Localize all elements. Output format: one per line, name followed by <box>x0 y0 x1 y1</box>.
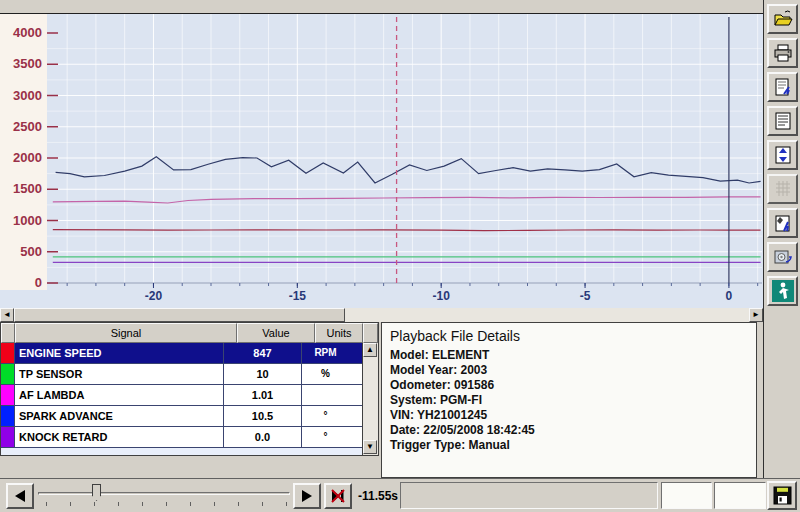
table-vertical-scrollbar[interactable]: ▲ ▼ <box>362 343 378 455</box>
cd-save-button[interactable] <box>767 242 798 272</box>
signal-color-swatch <box>1 427 15 447</box>
details-field-model-year: Model Year: 2003 <box>390 363 756 378</box>
disc-icon <box>772 246 794 268</box>
signal-color-swatch <box>1 364 15 384</box>
slider-tick <box>166 502 167 506</box>
signal-color-swatch <box>1 406 15 426</box>
open-folder-icon <box>772 8 794 30</box>
signal-row-af-lambda[interactable]: AF LAMBDA1.01 <box>1 385 363 406</box>
expand-scale-button[interactable] <box>767 140 798 170</box>
title-bar: YH21001245 PGM-FI 08 03 20 00 51 37805-P… <box>0 0 763 14</box>
units-column-header[interactable]: Units <box>315 323 363 343</box>
signal-value: 10.5 <box>223 406 301 426</box>
play-triangle-icon <box>300 489 314 503</box>
signal-color-swatch <box>1 343 15 363</box>
signal-row-knock-retard[interactable]: KNOCK RETARD0.0° <box>1 427 363 448</box>
svg-text:4000: 4000 <box>13 25 42 40</box>
view-settings-button[interactable] <box>767 72 798 102</box>
data-list-button[interactable] <box>767 106 798 136</box>
svg-text:-5: -5 <box>580 289 591 303</box>
slider-tick <box>286 502 287 506</box>
details-field-odometer: Odometer: 091586 <box>390 378 756 393</box>
details-field-system: System: PGM-FI <box>390 393 756 408</box>
svg-text:1500: 1500 <box>13 181 42 196</box>
signal-name: TP SENSOR <box>15 364 223 384</box>
right-toolbar <box>763 0 800 478</box>
svg-text:-15: -15 <box>289 289 307 303</box>
chart-horizontal-scrollbar[interactable]: ◄ ► <box>0 308 763 322</box>
svg-text:3500: 3500 <box>13 56 42 71</box>
printer-icon <box>772 42 794 64</box>
slider-tick <box>214 502 215 506</box>
signal-units: RPM <box>301 343 349 363</box>
exit-button[interactable] <box>767 276 798 306</box>
hscroll-thumb[interactable] <box>14 308 345 322</box>
playback-time-label: -11.55s <box>358 489 398 503</box>
details-field-model: Model: ELEMENT <box>390 348 756 363</box>
value-column-header[interactable]: Value <box>237 323 315 343</box>
svg-text:-20: -20 <box>145 289 163 303</box>
table-header: Signal Value Units <box>1 323 378 343</box>
details-field-vin: VIN: YH21001245 <box>390 408 756 423</box>
exit-person-icon <box>771 279 795 303</box>
signal-row-spark-advance[interactable]: SPARK ADVANCE10.5° <box>1 406 363 427</box>
signal-row-engine-speed[interactable]: ENGINE SPEED847RPM <box>1 343 363 364</box>
playback-slider-track[interactable] <box>38 492 290 495</box>
slider-tick <box>142 502 143 506</box>
signal-name: AF LAMBDA <box>15 385 223 405</box>
slider-tick <box>262 502 263 506</box>
chart-pane: -20-15-10-500500100015002000250030003500… <box>0 14 763 308</box>
transport-bar: -11.55s <box>0 478 800 512</box>
pen-notes-icon <box>772 212 794 234</box>
status-cell-1 <box>661 482 712 509</box>
scroll-right-button[interactable]: ► <box>749 308 763 322</box>
signal-table: Signal Value Units ENGINE SPEED847RPMTP … <box>0 322 379 456</box>
slider-tick <box>70 502 71 506</box>
floppy-disk-icon <box>772 485 793 506</box>
status-cell-2 <box>714 482 766 509</box>
open-file-button[interactable] <box>767 4 798 34</box>
svg-text:500: 500 <box>20 244 42 259</box>
signal-name: SPARK ADVANCE <box>15 406 223 426</box>
svg-text:-10: -10 <box>433 289 451 303</box>
svg-text:1000: 1000 <box>13 213 42 228</box>
playback-slider-thumb[interactable] <box>92 484 101 501</box>
details-fields: Model: ELEMENTModel Year: 2003Odometer: … <box>390 348 756 453</box>
save-button[interactable] <box>767 481 797 510</box>
details-field-trigger-type: Trigger Type: Manual <box>390 438 756 453</box>
skip-to-end-button[interactable] <box>324 483 352 509</box>
playback-file-details: Playback File Details Model: ELEMENTMode… <box>381 322 757 478</box>
svg-text:0: 0 <box>726 289 733 303</box>
slider-tick <box>118 502 119 506</box>
skip-end-cancel-icon <box>330 488 346 504</box>
play-button[interactable] <box>293 483 321 509</box>
status-panel <box>400 482 658 509</box>
signal-column-header[interactable]: Signal <box>15 323 237 343</box>
grid-snapshot-button <box>767 174 798 204</box>
signal-value: 1.01 <box>223 385 301 405</box>
signal-name: KNOCK RETARD <box>15 427 223 447</box>
signal-units: % <box>301 364 349 384</box>
scroll-left-button[interactable]: ◄ <box>0 308 14 322</box>
slider-tick <box>190 502 191 506</box>
signal-value: 10 <box>223 364 301 384</box>
signal-name: ENGINE SPEED <box>15 343 223 363</box>
signal-units <box>301 385 349 405</box>
table-scroll-up-button[interactable]: ▲ <box>363 343 377 357</box>
svg-text:0: 0 <box>35 275 42 290</box>
svg-text:3000: 3000 <box>13 88 42 103</box>
step-back-button[interactable] <box>6 483 34 509</box>
signal-units: ° <box>301 406 349 426</box>
slider-tick <box>94 502 95 506</box>
signal-row-tp-sensor[interactable]: TP SENSOR10% <box>1 364 363 385</box>
back-triangle-icon <box>13 489 27 503</box>
details-field-date: Date: 22/05/2008 18:42:45 <box>390 423 756 438</box>
color-column-header <box>1 323 15 343</box>
annotate-button[interactable] <box>767 208 798 238</box>
table-scroll-down-button[interactable]: ▼ <box>363 440 377 454</box>
print-button[interactable] <box>767 38 798 68</box>
scrollbar-column-header <box>363 323 378 343</box>
slider-tick <box>238 502 239 506</box>
grid-icon <box>772 178 794 200</box>
signal-line-chart[interactable]: -20-15-10-500500100015002000250030003500… <box>0 14 763 308</box>
